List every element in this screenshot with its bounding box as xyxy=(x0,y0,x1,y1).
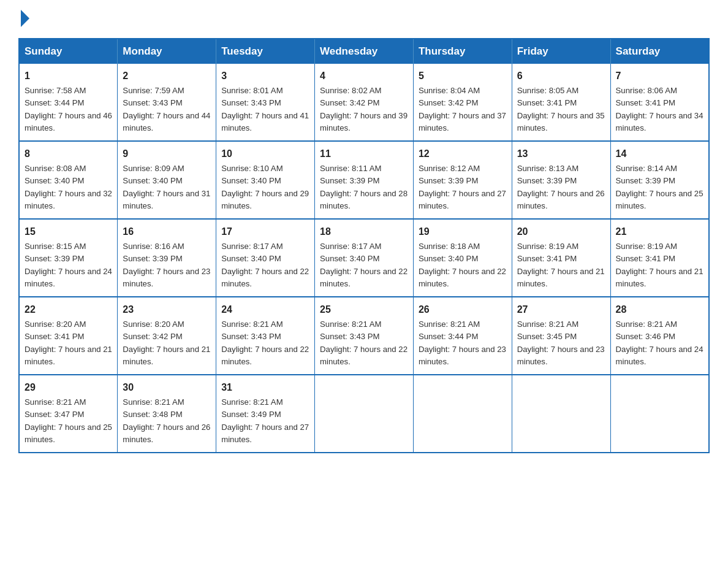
day-info: Sunrise: 8:21 AMSunset: 3:44 PMDaylight:… xyxy=(419,320,506,366)
calendar-day-cell: 28Sunrise: 8:21 AMSunset: 3:46 PMDayligh… xyxy=(610,297,709,375)
day-info: Sunrise: 8:21 AMSunset: 3:49 PMDaylight:… xyxy=(221,397,309,444)
day-number: 3 xyxy=(221,69,309,83)
calendar-day-cell: 16Sunrise: 8:16 AMSunset: 3:39 PMDayligh… xyxy=(118,219,216,297)
calendar-day-cell: 18Sunrise: 8:17 AMSunset: 3:40 PMDayligh… xyxy=(315,219,414,297)
day-info: Sunrise: 8:21 AMSunset: 3:43 PMDaylight:… xyxy=(320,320,408,366)
day-info: Sunrise: 8:18 AMSunset: 3:40 PMDaylight:… xyxy=(419,242,506,288)
day-info: Sunrise: 8:05 AMSunset: 3:41 PMDaylight:… xyxy=(517,86,605,132)
day-info: Sunrise: 7:59 AMSunset: 3:43 PMDaylight:… xyxy=(123,86,210,132)
day-info: Sunrise: 8:21 AMSunset: 3:43 PMDaylight:… xyxy=(221,320,309,366)
day-number: 15 xyxy=(25,224,112,239)
calendar-day-cell: 29Sunrise: 8:21 AMSunset: 3:47 PMDayligh… xyxy=(19,375,118,453)
calendar-day-cell: 14Sunrise: 8:14 AMSunset: 3:39 PMDayligh… xyxy=(610,141,709,219)
day-info: Sunrise: 8:20 AMSunset: 3:42 PMDaylight:… xyxy=(123,320,210,366)
calendar-day-cell: 15Sunrise: 8:15 AMSunset: 3:39 PMDayligh… xyxy=(19,219,118,297)
calendar-week-row: 29Sunrise: 8:21 AMSunset: 3:47 PMDayligh… xyxy=(19,375,709,453)
day-info: Sunrise: 8:14 AMSunset: 3:39 PMDaylight:… xyxy=(616,164,703,210)
day-number: 8 xyxy=(25,147,112,161)
calendar-day-cell xyxy=(512,375,610,453)
day-number: 6 xyxy=(517,69,605,83)
day-number: 21 xyxy=(616,224,703,239)
calendar-day-cell xyxy=(413,375,512,453)
day-number: 1 xyxy=(25,69,112,83)
calendar-day-cell: 20Sunrise: 8:19 AMSunset: 3:41 PMDayligh… xyxy=(512,219,610,297)
calendar-day-cell: 24Sunrise: 8:21 AMSunset: 3:43 PMDayligh… xyxy=(216,297,315,375)
calendar-day-header-tuesday: Tuesday xyxy=(216,39,315,64)
calendar-day-cell xyxy=(315,375,414,453)
calendar-day-cell: 25Sunrise: 8:21 AMSunset: 3:43 PMDayligh… xyxy=(315,297,414,375)
day-number: 30 xyxy=(123,380,211,395)
day-number: 4 xyxy=(320,69,408,83)
calendar-day-header-thursday: Thursday xyxy=(413,39,512,64)
day-info: Sunrise: 8:21 AMSunset: 3:47 PMDaylight:… xyxy=(25,397,112,444)
day-number: 29 xyxy=(25,380,112,395)
day-info: Sunrise: 8:21 AMSunset: 3:48 PMDaylight:… xyxy=(123,397,210,444)
day-number: 24 xyxy=(221,302,309,317)
day-number: 19 xyxy=(419,224,507,239)
calendar-day-cell xyxy=(610,375,709,453)
calendar-day-cell: 19Sunrise: 8:18 AMSunset: 3:40 PMDayligh… xyxy=(413,219,512,297)
day-number: 16 xyxy=(123,224,211,239)
calendar-day-header-sunday: Sunday xyxy=(19,39,118,64)
calendar-day-cell: 6Sunrise: 8:05 AMSunset: 3:41 PMDaylight… xyxy=(512,64,610,141)
calendar-day-cell: 26Sunrise: 8:21 AMSunset: 3:44 PMDayligh… xyxy=(413,297,512,375)
calendar-day-cell: 27Sunrise: 8:21 AMSunset: 3:45 PMDayligh… xyxy=(512,297,610,375)
calendar-day-header-wednesday: Wednesday xyxy=(315,39,414,64)
day-number: 9 xyxy=(123,147,211,161)
day-number: 20 xyxy=(517,224,605,239)
day-info: Sunrise: 8:10 AMSunset: 3:40 PMDaylight:… xyxy=(221,164,309,210)
calendar-week-row: 22Sunrise: 8:20 AMSunset: 3:41 PMDayligh… xyxy=(19,297,709,375)
calendar-day-cell: 30Sunrise: 8:21 AMSunset: 3:48 PMDayligh… xyxy=(118,375,216,453)
calendar-day-cell: 13Sunrise: 8:13 AMSunset: 3:39 PMDayligh… xyxy=(512,141,610,219)
day-number: 5 xyxy=(419,69,507,83)
page-header: Blue xyxy=(18,12,710,27)
day-number: 17 xyxy=(221,224,309,239)
calendar-week-row: 1Sunrise: 7:58 AMSunset: 3:44 PMDaylight… xyxy=(19,64,709,141)
calendar-day-cell: 12Sunrise: 8:12 AMSunset: 3:39 PMDayligh… xyxy=(413,141,512,219)
day-info: Sunrise: 8:02 AMSunset: 3:42 PMDaylight:… xyxy=(320,86,408,132)
calendar-day-cell: 11Sunrise: 8:11 AMSunset: 3:39 PMDayligh… xyxy=(315,141,414,219)
day-info: Sunrise: 8:19 AMSunset: 3:41 PMDaylight:… xyxy=(517,242,605,288)
day-info: Sunrise: 7:58 AMSunset: 3:44 PMDaylight:… xyxy=(25,86,112,132)
logo: Blue xyxy=(18,12,31,27)
day-number: 13 xyxy=(517,147,605,161)
day-info: Sunrise: 8:06 AMSunset: 3:41 PMDaylight:… xyxy=(616,86,703,132)
day-info: Sunrise: 8:13 AMSunset: 3:39 PMDaylight:… xyxy=(517,164,605,210)
calendar-table: SundayMondayTuesdayWednesdayThursdayFrid… xyxy=(18,38,710,453)
calendar-header-row: SundayMondayTuesdayWednesdayThursdayFrid… xyxy=(19,39,709,64)
day-number: 18 xyxy=(320,224,408,239)
day-info: Sunrise: 8:19 AMSunset: 3:41 PMDaylight:… xyxy=(616,242,703,288)
calendar-day-cell: 10Sunrise: 8:10 AMSunset: 3:40 PMDayligh… xyxy=(216,141,315,219)
calendar-day-cell: 2Sunrise: 7:59 AMSunset: 3:43 PMDaylight… xyxy=(118,64,216,141)
day-info: Sunrise: 8:15 AMSunset: 3:39 PMDaylight:… xyxy=(25,242,112,288)
calendar-day-cell: 7Sunrise: 8:06 AMSunset: 3:41 PMDaylight… xyxy=(610,64,709,141)
day-info: Sunrise: 8:12 AMSunset: 3:39 PMDaylight:… xyxy=(419,164,506,210)
calendar-day-cell: 9Sunrise: 8:09 AMSunset: 3:40 PMDaylight… xyxy=(118,141,216,219)
day-number: 10 xyxy=(221,147,309,161)
calendar-day-cell: 3Sunrise: 8:01 AMSunset: 3:43 PMDaylight… xyxy=(216,64,315,141)
day-info: Sunrise: 8:11 AMSunset: 3:39 PMDaylight:… xyxy=(320,164,408,210)
day-number: 14 xyxy=(616,147,703,161)
calendar-day-header-monday: Monday xyxy=(118,39,216,64)
calendar-day-cell: 17Sunrise: 8:17 AMSunset: 3:40 PMDayligh… xyxy=(216,219,315,297)
calendar-day-cell: 4Sunrise: 8:02 AMSunset: 3:42 PMDaylight… xyxy=(315,64,414,141)
calendar-day-header-saturday: Saturday xyxy=(610,39,709,64)
day-number: 25 xyxy=(320,302,408,317)
day-number: 28 xyxy=(616,302,703,317)
day-number: 22 xyxy=(25,302,112,317)
logo-triangle-icon xyxy=(21,10,29,27)
calendar-day-cell: 1Sunrise: 7:58 AMSunset: 3:44 PMDaylight… xyxy=(19,64,118,141)
day-number: 26 xyxy=(419,302,507,317)
day-number: 31 xyxy=(221,380,309,395)
calendar-day-cell: 23Sunrise: 8:20 AMSunset: 3:42 PMDayligh… xyxy=(118,297,216,375)
day-info: Sunrise: 8:21 AMSunset: 3:46 PMDaylight:… xyxy=(616,320,703,366)
day-info: Sunrise: 8:08 AMSunset: 3:40 PMDaylight:… xyxy=(25,164,112,210)
day-number: 27 xyxy=(517,302,605,317)
calendar-day-cell: 22Sunrise: 8:20 AMSunset: 3:41 PMDayligh… xyxy=(19,297,118,375)
calendar-day-cell: 8Sunrise: 8:08 AMSunset: 3:40 PMDaylight… xyxy=(19,141,118,219)
day-info: Sunrise: 8:20 AMSunset: 3:41 PMDaylight:… xyxy=(25,320,112,366)
day-number: 12 xyxy=(419,147,507,161)
day-number: 11 xyxy=(320,147,408,161)
day-info: Sunrise: 8:04 AMSunset: 3:42 PMDaylight:… xyxy=(419,86,506,132)
day-info: Sunrise: 8:17 AMSunset: 3:40 PMDaylight:… xyxy=(320,242,408,288)
